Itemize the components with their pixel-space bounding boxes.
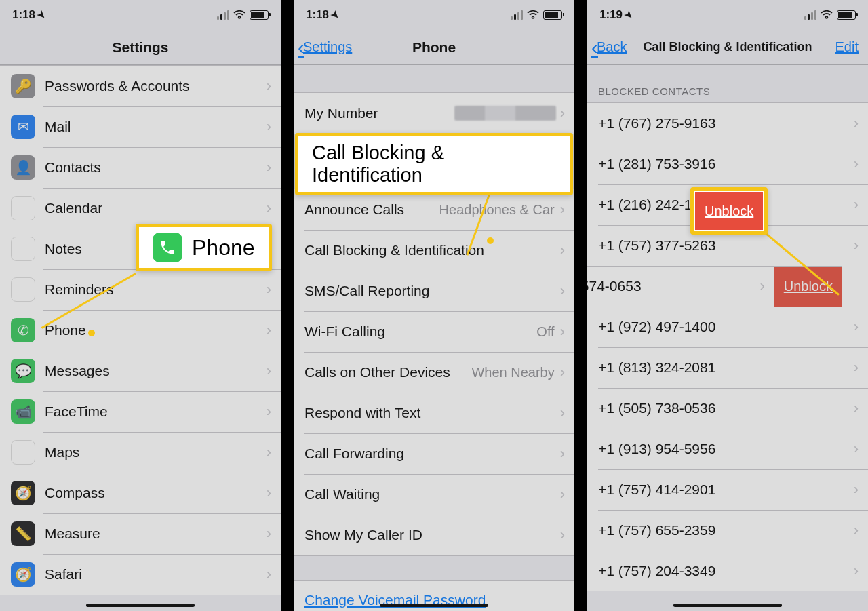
- row-label: My Number: [304, 105, 454, 121]
- nav-bar: ‹Settings Phone: [294, 30, 574, 65]
- blocked-contact-row[interactable]: +1 (505) 738-0536›: [587, 388, 868, 429]
- blocked-contact-row[interactable]: +1 (757) 377-5263›: [587, 225, 868, 266]
- phone-settings-row-calls-on-other-devices[interactable]: Calls on Other DevicesWhen Nearby›: [294, 352, 574, 393]
- page-title: Settings: [0, 39, 281, 56]
- settings-row-facetime[interactable]: 📹FaceTime›: [0, 391, 281, 432]
- row-value: Headphones & Car: [439, 202, 555, 218]
- app-icon: [11, 196, 35, 220]
- settings-row-phone[interactable]: ✆Phone›: [0, 310, 281, 351]
- blocked-contact-row[interactable]: +1 (757) 414-2901›: [587, 469, 868, 510]
- chevron-right-icon: ›: [560, 526, 574, 544]
- phone-settings-row-announce-calls[interactable]: Announce CallsHeadphones & Car›: [294, 189, 574, 230]
- app-icon: 👤: [11, 155, 35, 180]
- cell-signal-icon: [511, 10, 523, 20]
- wifi-icon: [527, 10, 539, 20]
- home-indicator[interactable]: [380, 604, 488, 607]
- chevron-right-icon: ›: [854, 562, 868, 580]
- app-icon: [11, 440, 35, 465]
- settings-row-calendar[interactable]: Calendar›: [0, 188, 281, 229]
- chevron-right-icon: ›: [854, 155, 868, 173]
- settings-row-mail[interactable]: ✉Mail›: [0, 106, 281, 147]
- phone-settings-row-call-blocking-identification[interactable]: Call Blocking & Identification›: [294, 230, 574, 271]
- chevron-right-icon: ›: [560, 323, 574, 340]
- phone-settings-row-respond-with-text[interactable]: Respond with Text›: [294, 393, 574, 433]
- chevron-right-icon: ›: [560, 445, 574, 462]
- blocked-contact-row[interactable]: +1 (757) 204-3349›: [587, 551, 868, 591]
- settings-row-maps[interactable]: Maps›: [0, 432, 281, 473]
- app-icon: 📏: [11, 521, 35, 546]
- home-indicator[interactable]: [86, 604, 195, 607]
- blocked-contact-row[interactable]: +1 (757) 655-2359›: [587, 510, 868, 551]
- status-bar: 1:19➤: [587, 0, 868, 30]
- chevron-right-icon: ›: [854, 115, 868, 132]
- row-label: Mail: [45, 119, 267, 135]
- row-label: Call Waiting: [304, 486, 560, 502]
- nav-bar: ‹Back Call Blocking & Identification Edi…: [587, 30, 868, 65]
- page-title: Phone: [294, 39, 574, 56]
- app-icon: ✆: [11, 318, 35, 342]
- row-label: Calendar: [45, 200, 267, 216]
- settings-row-compass[interactable]: 🧭Compass›: [0, 473, 281, 513]
- blocked-contact-row[interactable]: +1 (216) 242-1›: [587, 184, 868, 225]
- blocked-contact-row[interactable]: +1 (972) 497-1400›: [587, 307, 868, 347]
- status-time: 1:18: [12, 8, 35, 22]
- phone-settings-row-call-forwarding[interactable]: Call Forwarding›: [294, 433, 574, 474]
- chevron-right-icon: ›: [267, 281, 281, 298]
- app-icon: 💬: [11, 359, 35, 383]
- row-label: Notes: [45, 241, 267, 257]
- home-indicator[interactable]: [673, 604, 782, 607]
- status-time: 1:19: [599, 8, 623, 22]
- row-label: Wi-Fi Calling: [304, 323, 536, 340]
- row-my-number[interactable]: My Number ›: [294, 93, 574, 134]
- row-label: Maps: [45, 444, 267, 460]
- chevron-right-icon: ›: [560, 282, 574, 300]
- settings-row-contacts[interactable]: 👤Contacts›: [0, 147, 281, 188]
- section-header-blocked: BLOCKED CONTACTS: [587, 65, 868, 102]
- battery-icon: [837, 10, 856, 20]
- settings-row-measure[interactable]: 📏Measure›: [0, 513, 281, 554]
- phone-number: +1 (505) 738-0536: [598, 400, 854, 416]
- phone-number: +1 (972) 497-1400: [598, 319, 854, 335]
- cell-signal-icon: [804, 10, 816, 20]
- my-number-value-redacted: [454, 106, 556, 121]
- row-label: Reminders: [45, 281, 267, 298]
- row-value: When Nearby: [471, 365, 554, 380]
- phone-number: +1 (757) 377-5263: [598, 237, 854, 254]
- row-label: Phone: [45, 322, 267, 338]
- chevron-right-icon: ›: [854, 237, 868, 254]
- row-label: SMS/Call Reporting: [304, 283, 560, 299]
- chevron-right-icon: ›: [854, 481, 868, 498]
- blocked-contact-row[interactable]: +1 (913) 954-5956›: [587, 429, 868, 469]
- blocked-contact-row[interactable]: +1 (281) 753-3916›: [587, 144, 868, 184]
- settings-row-passwords-accounts[interactable]: 🔑Passwords & Accounts›: [0, 66, 281, 106]
- chevron-right-icon: ›: [267, 362, 281, 380]
- chevron-right-icon: ›: [560, 486, 574, 503]
- chevron-right-icon: ›: [854, 359, 868, 376]
- phone-settings-row-show-my-caller-id[interactable]: Show My Caller ID›: [294, 515, 574, 555]
- unblock-button[interactable]: Unblock: [774, 266, 842, 307]
- settings-row-messages[interactable]: 💬Messages›: [0, 351, 281, 391]
- wifi-icon: [821, 10, 833, 20]
- phone-number: +1 (813) 324-2081: [598, 359, 854, 376]
- location-icon: ➤: [623, 8, 636, 22]
- settings-row-safari[interactable]: 🧭Safari›: [0, 554, 281, 595]
- row-label: Respond with Text: [304, 405, 560, 421]
- phone-number: +1 (757) 655-2359: [598, 522, 854, 538]
- row-label: Call Blocking & Identification: [304, 242, 560, 258]
- edit-button[interactable]: Edit: [835, 39, 859, 55]
- phone-settings-row-call-waiting[interactable]: Call Waiting›: [294, 474, 574, 515]
- chevron-right-icon: ›: [560, 363, 574, 381]
- phone-settings-row-sms-call-reporting[interactable]: SMS/Call Reporting›: [294, 271, 574, 311]
- settings-row-reminders[interactable]: Reminders›: [0, 269, 281, 310]
- blocked-contact-row[interactable]: ) 574-0653›Unblock: [587, 266, 842, 307]
- row-value: Off: [536, 324, 554, 340]
- status-time: 1:18: [306, 8, 329, 22]
- app-icon: 🔑: [11, 74, 35, 98]
- settings-row-notes[interactable]: Notes›: [0, 229, 281, 269]
- blocked-contact-row[interactable]: +1 (813) 324-2081›: [587, 347, 868, 388]
- phone-settings-row-wi-fi-calling[interactable]: Wi-Fi CallingOff›: [294, 311, 574, 352]
- row-label: Calls on Other Devices: [304, 364, 471, 380]
- chevron-right-icon: ›: [267, 159, 281, 176]
- row-label: Safari: [45, 566, 267, 583]
- blocked-contact-row[interactable]: +1 (767) 275-9163›: [587, 103, 868, 144]
